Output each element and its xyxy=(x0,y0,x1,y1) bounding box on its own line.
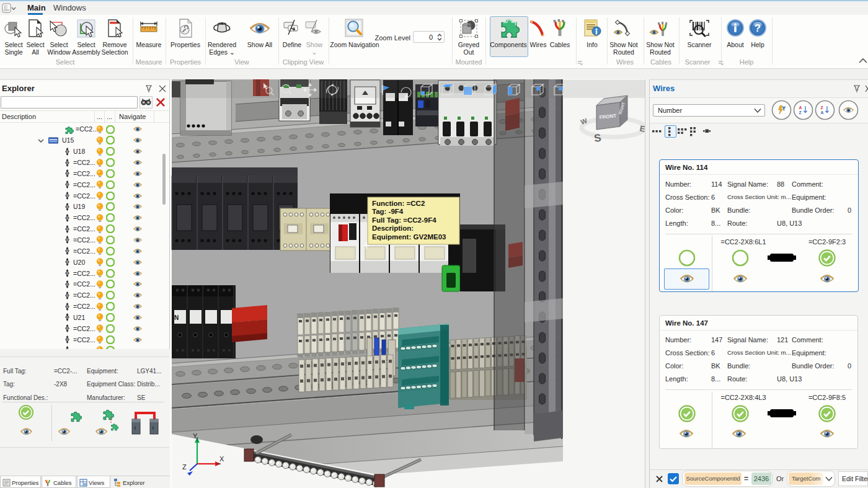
svg-text:N: N xyxy=(174,314,179,321)
svg-text:Z: Z xyxy=(820,105,823,110)
svg-text:Function: =CC2: Function: =CC2 xyxy=(372,200,425,207)
svg-text:?: ? xyxy=(755,22,761,34)
svg-text:A: A xyxy=(820,110,823,115)
svg-text:Tag: -9F4: Tag: -9F4 xyxy=(372,208,404,215)
svg-text:Z: Z xyxy=(182,463,187,471)
svg-text:A: A xyxy=(799,105,802,110)
svg-text:Full Tag: =CC2-9F4: Full Tag: =CC2-9F4 xyxy=(372,216,436,224)
svg-text:Z: Z xyxy=(799,110,801,115)
svg-text:Equipment: GV2ME03: Equipment: GV2ME03 xyxy=(372,233,446,241)
svg-text:X: X xyxy=(219,455,224,463)
svg-text:Description:: Description: xyxy=(372,224,414,232)
